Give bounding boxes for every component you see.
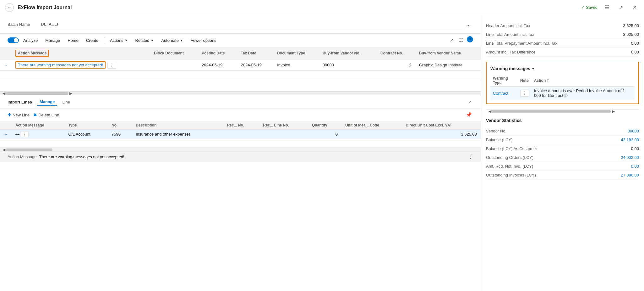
minimize-icon[interactable]: ✕ (630, 3, 639, 12)
new-line-button[interactable]: ✚ New Line (8, 112, 30, 117)
sub-table: Action Message Type No. Description Rec.… (0, 121, 481, 148)
new-line-icon: ✚ (8, 112, 11, 117)
right-scrollbar[interactable]: ◀ ▶ (486, 109, 639, 113)
sub-direct-unit-cost-cell: 3 625,00 (402, 130, 481, 139)
warning-row-dots-button[interactable]: ⋮ (520, 90, 529, 97)
stat-row-prepayment: Line Total Prepayment Amount incl. Tax 0… (486, 39, 639, 48)
table-row-empty (0, 71, 481, 80)
right-scroll-thumb[interactable] (491, 110, 611, 113)
sub-type-cell: G/L Account (64, 130, 108, 139)
stat-row-header-amount: Header Amount incl. Tax 3 625,00 (486, 21, 639, 30)
warning-chevron-icon: ▼ (532, 67, 535, 70)
sub-row-arrow: → (0, 130, 12, 139)
import-lines-section: Import Lines Manage Line ↗ ✚ New Line ✖ … (0, 95, 481, 162)
page-title: ExFlow Import Journal (18, 5, 72, 10)
col-action-message-header: Action Message (12, 47, 150, 59)
sub-action-message-cell: — ⋮ (12, 130, 64, 139)
sub-col-arrow-header (0, 121, 12, 130)
manage-button[interactable]: Manage (42, 37, 63, 44)
warning-type-cell: Contract (490, 87, 518, 100)
right-scroll-right-btn[interactable]: ▶ (612, 109, 615, 114)
warning-table: Warning Type Note Action T Contract ⋮ In… (490, 75, 635, 100)
outstanding-invoices-link[interactable]: 27 886,00 (621, 173, 639, 177)
sub-row-dots-button[interactable]: ⋮ (21, 131, 29, 137)
sub-table-row-empty (0, 139, 481, 148)
action-message-cell: There are warning messages not yet accep… (12, 59, 150, 71)
stat-row-line-total: Line Total Amount incl. Tax 3 625,00 (486, 30, 639, 39)
right-panel: Header Amount incl. Tax 3 625,00 Line To… (481, 15, 644, 291)
delete-line-button[interactable]: ✖ Delete Line (33, 112, 59, 117)
actions-button[interactable]: Actions ▼ (107, 37, 131, 44)
sub-rec-no-cell (223, 130, 259, 139)
home-button[interactable]: Home (64, 37, 82, 44)
warning-col-note-header: Note (518, 75, 532, 87)
header-stats: Header Amount incl. Tax 3 625,00 Line To… (486, 21, 639, 57)
vendor-stats-title: Vendor Statistics (486, 118, 639, 123)
balance-lcy-link[interactable]: 43 183,00 (621, 137, 639, 142)
tax-date-cell: 2024-06-19 (237, 59, 273, 71)
batch-name-input[interactable] (38, 20, 464, 28)
table-row[interactable]: → There are warning messages not yet acc… (0, 59, 481, 71)
outstanding-orders-link[interactable]: 24 002,00 (621, 155, 639, 160)
related-button[interactable]: Related ▼ (132, 37, 157, 44)
sub-col-no-header: No. (108, 121, 132, 130)
amt-rcd-link[interactable]: 0,00 (631, 164, 639, 169)
share-icon[interactable]: ↗ (616, 3, 625, 12)
fewer-options-button[interactable]: Fewer options (188, 37, 220, 44)
row-dots-button[interactable]: ⋮ (107, 62, 116, 69)
table-scrollbar[interactable]: ◀ ▶ (0, 91, 481, 95)
sub-col-action-message-header: Action Message (12, 121, 64, 130)
create-button[interactable]: Create (83, 37, 101, 44)
sub-col-description-header: Description (132, 121, 223, 130)
import-lines-tab-manage[interactable]: Manage (37, 98, 57, 106)
sub-description-cell: Insurance and other expenses (132, 130, 223, 139)
back-button[interactable]: ← (5, 3, 14, 12)
sub-scroll-thumb[interactable] (5, 148, 52, 151)
warning-messages-title[interactable]: Warning messages ▼ (490, 66, 635, 71)
import-lines-header: Import Lines Manage Line ↗ (0, 95, 481, 109)
warning-col-type-header: Warning Type (490, 75, 518, 87)
import-lines-tab-line[interactable]: Line (60, 98, 73, 106)
warning-col-action-header: Action T (532, 75, 635, 87)
sub-col-rec-no-header: Rec... No. (223, 121, 259, 130)
batch-dots-button[interactable]: ... (464, 20, 473, 28)
import-toolbar-pin-icon[interactable]: 📌 (465, 111, 473, 119)
sub-scrollbar[interactable]: ◀ (0, 148, 481, 152)
top-bar: ← ExFlow Import Journal ✓ Saved ☰ ↗ ✕ (0, 0, 644, 15)
sub-scroll-left-btn[interactable]: ◀ (3, 148, 5, 152)
import-toolbar: ✚ New Line ✖ Delete Line 📌 (0, 109, 481, 121)
right-scroll-left-btn[interactable]: ◀ (488, 109, 491, 114)
analyze-button[interactable]: Analyze (20, 37, 41, 44)
col-tax-date-header: Tax Date (237, 47, 273, 59)
outstanding-invoices-row: Outstanding Invoices (LCY) 27 886,00 (486, 171, 639, 180)
top-actions: ✓ Saved ☰ ↗ ✕ (581, 3, 639, 12)
batch-row: Batch Name ... (0, 15, 481, 34)
saved-label: ✓ Saved (581, 5, 598, 10)
sub-col-unit-mea-header: Unit of Mea... Code (341, 121, 402, 130)
vendor-no-link[interactable]: 30000 (628, 129, 639, 133)
stat-row-difference: Amount incl. Tax Difference 0,00 (486, 48, 639, 57)
import-lines-share-icon[interactable]: ↗ (467, 98, 473, 106)
warning-type-link[interactable]: Contract (493, 91, 508, 96)
delete-line-icon: ✖ (33, 112, 37, 117)
batch-name-label: Batch Name (8, 22, 36, 27)
bookmark-icon[interactable]: ☰ (603, 3, 611, 12)
sub-col-rec-line-no-header: Rec... Line No. (259, 121, 308, 130)
col-contract-no-header: Contract No. (377, 47, 415, 59)
analyze-toggle[interactable] (8, 37, 19, 43)
share-toolbar-icon[interactable]: ↗ (449, 36, 455, 44)
import-lines-title: Import Lines (8, 100, 32, 104)
related-chevron-icon: ▼ (150, 39, 154, 42)
status-message: There are warning messages not yet accep… (39, 154, 468, 159)
col-posting-date-header: Posting Date (198, 47, 237, 59)
buy-from-vendor-name-cell: Graphic Design Institute (415, 59, 481, 71)
sub-table-row[interactable]: → — ⋮ G/L Account 7590 Insurance and oth (0, 130, 481, 139)
automate-button[interactable]: Automate ▼ (158, 37, 186, 44)
info-icon[interactable]: i (467, 36, 473, 42)
action-message-link[interactable]: There are warning messages not yet accep… (18, 63, 103, 67)
import-lines-right: ↗ (467, 98, 473, 106)
scroll-thumb[interactable] (5, 92, 68, 95)
status-dots-button[interactable]: ⋮ (468, 154, 473, 160)
warning-table-row: Contract ⋮ Invoice amount is over Period… (490, 87, 635, 100)
filter-icon[interactable]: ☷ (458, 36, 464, 44)
